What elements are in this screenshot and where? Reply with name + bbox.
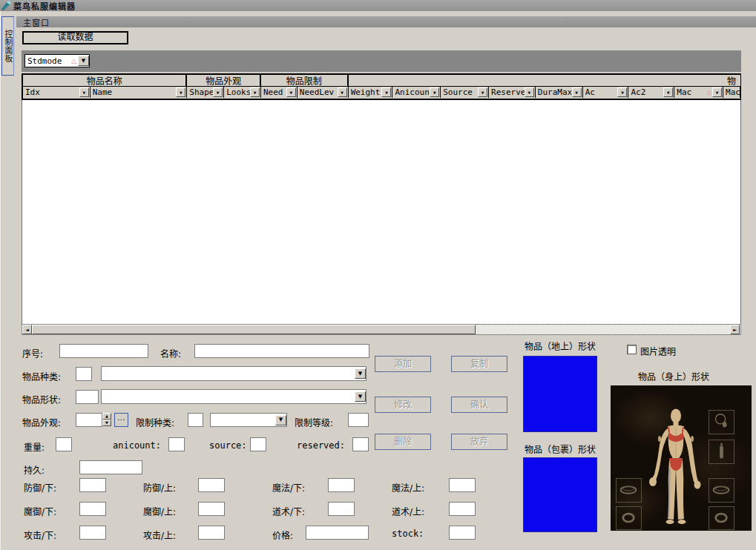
- chevron-down-icon[interactable]: ▼: [430, 87, 439, 97]
- col-looks[interactable]: Looks▼: [224, 87, 261, 98]
- transparent-checkbox[interactable]: [627, 345, 637, 354]
- col-duramax[interactable]: DuraMax▼: [536, 87, 583, 98]
- col-ac2[interactable]: Ac2▼: [628, 87, 674, 98]
- item-type-label: 物品种类:: [22, 370, 61, 382]
- spinner-down-icon[interactable]: ▼: [102, 420, 111, 426]
- copy-button[interactable]: 复制: [451, 356, 507, 372]
- load-data-button[interactable]: 读取数据: [22, 31, 128, 44]
- app-icon: [1, 1, 11, 10]
- item-type-combo[interactable]: ▼: [101, 366, 367, 381]
- item-shape-code-input[interactable]: [76, 390, 99, 404]
- bag-shape-label: 物品（包裹）形状: [519, 443, 601, 455]
- sidebar-tab-control-panel[interactable]: 控制面板: [1, 16, 14, 76]
- col-needlev-label: NeedLev: [300, 87, 338, 97]
- col-ac2-label: Ac2: [631, 87, 663, 97]
- def-low-input[interactable]: [79, 478, 106, 492]
- tao-low-input[interactable]: [328, 502, 355, 516]
- potion-slot: [709, 440, 734, 464]
- col-shape[interactable]: Shape▼: [187, 87, 224, 98]
- col-ac[interactable]: Ac▼: [583, 87, 629, 98]
- col-weight[interactable]: Weight▼: [349, 87, 393, 98]
- mdef-high-input[interactable]: [198, 502, 225, 516]
- name-input[interactable]: [194, 344, 369, 358]
- col-shape-label: Shape: [189, 87, 213, 97]
- chevron-down-icon[interactable]: ▼: [78, 56, 89, 66]
- tao-low-label: 道术/下:: [272, 505, 305, 517]
- grid-column-row: Idx▼Name▼Shape▼Looks▼Need▼NeedLev▼Weight…: [23, 87, 740, 100]
- chevron-down-icon[interactable]: ▼: [79, 87, 89, 97]
- chevron-down-icon[interactable]: ▼: [275, 415, 286, 425]
- chevron-down-icon[interactable]: ▼: [663, 87, 673, 97]
- chevron-down-icon[interactable]: ▼: [617, 87, 627, 97]
- chevron-down-icon[interactable]: ▼: [286, 87, 296, 97]
- item-type-code-input[interactable]: [76, 367, 92, 381]
- modify-button[interactable]: 修改: [375, 397, 431, 413]
- col-idx[interactable]: Idx▼: [23, 87, 91, 98]
- col-needlev[interactable]: NeedLev▼: [298, 87, 349, 98]
- add-button[interactable]: 添加: [375, 356, 431, 372]
- chevron-down-icon[interactable]: ▼: [478, 87, 487, 97]
- grid-group-row: 物品名称物品外观物品限制物: [23, 73, 740, 87]
- browse-ellipsis-button[interactable]: ...: [114, 413, 128, 427]
- restrict-level-label: 限制等级:: [295, 416, 333, 428]
- discard-button[interactable]: 放弃: [451, 434, 507, 450]
- scroll-right-icon[interactable]: ►: [730, 325, 740, 334]
- grid-body[interactable]: [22, 100, 741, 324]
- price-label: 价格:: [272, 529, 293, 541]
- col-duramax-label: DuraMax: [538, 87, 572, 97]
- grid-horizontal-scrollbar[interactable]: ◄ ►: [22, 324, 741, 335]
- table-mode-combo[interactable]: Stdmode △ ▼: [24, 54, 90, 67]
- sort-ascending-icon: △: [71, 58, 76, 64]
- restrict-type-code-input[interactable]: [188, 413, 203, 427]
- col-name[interactable]: Name▼: [91, 87, 188, 98]
- def-high-input[interactable]: [198, 478, 225, 492]
- atk-high-input[interactable]: [198, 526, 225, 540]
- scrollbar-thumb[interactable]: [32, 325, 476, 334]
- def-low-label: 防御/下:: [24, 481, 56, 494]
- restrict-level-input[interactable]: [348, 413, 369, 427]
- chevron-down-icon[interactable]: ▼: [572, 87, 582, 97]
- source-input[interactable]: [250, 437, 266, 451]
- magic-high-label: 魔法/上:: [392, 481, 424, 494]
- anicount-input[interactable]: [168, 437, 185, 451]
- magic-low-input[interactable]: [328, 478, 355, 492]
- col-mac2[interactable]: Mac: [723, 87, 740, 98]
- col-mac[interactable]: Mac△▼: [674, 87, 723, 98]
- delete-button[interactable]: 删除: [375, 434, 431, 450]
- mdef-low-input[interactable]: [79, 502, 106, 516]
- spinner-up-icon[interactable]: ▲: [102, 413, 111, 420]
- chevron-down-icon[interactable]: ▼: [176, 87, 185, 97]
- ring-slot-left: [616, 506, 642, 530]
- stock-input[interactable]: [449, 526, 476, 540]
- chevron-down-icon[interactable]: ▼: [381, 87, 391, 97]
- col-need[interactable]: Need▼: [261, 87, 298, 98]
- atk-low-input[interactable]: [79, 526, 106, 540]
- item-look-spinner[interactable]: ▲ ▼: [102, 413, 111, 427]
- serial-input[interactable]: [59, 344, 148, 358]
- scroll-left-icon[interactable]: ◄: [22, 325, 32, 334]
- col-reserve[interactable]: Reserve▼: [489, 87, 536, 98]
- chevron-down-icon[interactable]: ▼: [525, 87, 534, 97]
- chevron-down-icon[interactable]: ▼: [712, 87, 722, 97]
- tao-high-input[interactable]: [449, 502, 476, 516]
- weight-input[interactable]: [56, 437, 72, 451]
- price-input[interactable]: [306, 526, 369, 540]
- col-ac-label: Ac: [585, 87, 618, 97]
- chevron-down-icon[interactable]: ▼: [213, 87, 223, 97]
- chevron-down-icon[interactable]: ▼: [250, 87, 260, 97]
- confirm-button[interactable]: 确认: [451, 397, 507, 413]
- durability-input[interactable]: [79, 460, 142, 474]
- item-shape-combo[interactable]: ▼: [101, 389, 367, 404]
- reserved-input[interactable]: [352, 437, 369, 451]
- item-shape-label: 物品形状:: [22, 393, 61, 405]
- potion-icon: [709, 440, 734, 463]
- col-anicount[interactable]: Anicoun▼: [392, 87, 441, 98]
- magic-high-input[interactable]: [449, 478, 476, 492]
- item-look-input[interactable]: [76, 413, 102, 427]
- restrict-type-combo[interactable]: ▼: [210, 413, 287, 427]
- chevron-down-icon[interactable]: ▼: [355, 391, 366, 402]
- col-source[interactable]: Source▼: [441, 87, 489, 98]
- chevron-down-icon[interactable]: ▼: [355, 368, 366, 379]
- item-look-label: 物品外观:: [22, 416, 61, 428]
- chevron-down-icon[interactable]: ▼: [338, 87, 347, 97]
